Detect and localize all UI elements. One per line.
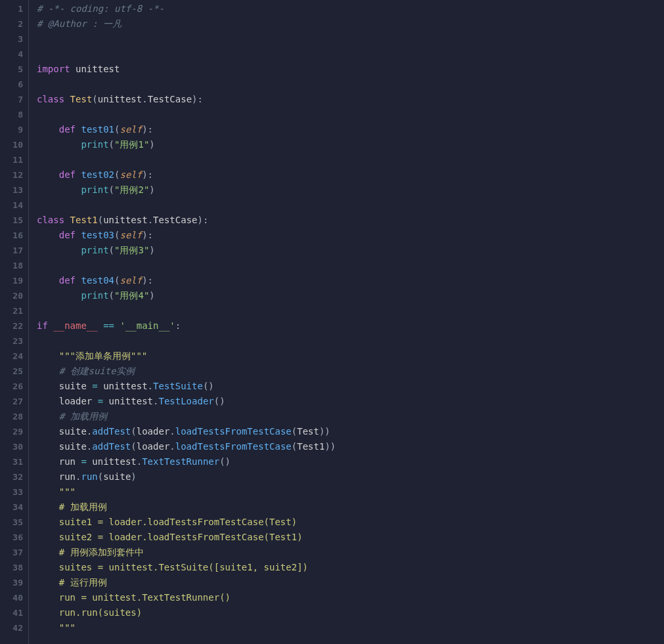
line-number: 23 xyxy=(0,333,23,349)
code-line[interactable] xyxy=(37,333,664,349)
code-token: def xyxy=(59,124,76,135)
code-line[interactable]: import unittest xyxy=(37,62,664,77)
line-number: 5 xyxy=(0,62,23,77)
code-line[interactable] xyxy=(37,32,664,47)
code-line[interactable]: suite.addTest(loader.loadTestsFromTestCa… xyxy=(37,439,664,454)
code-line[interactable]: print("用例2") xyxy=(37,182,664,198)
code-line[interactable]: print("用例3") xyxy=(37,243,664,258)
code-line[interactable]: # 创建suite实例 xyxy=(37,364,664,379)
code-token: """ xyxy=(59,622,76,633)
code-line[interactable] xyxy=(37,303,664,318)
code-line[interactable]: suite.addTest(loader.loadTestsFromTestCa… xyxy=(37,424,664,439)
code-area[interactable]: # -*- coding: utf-8 -*-# @Author : 一凡 im… xyxy=(29,0,664,644)
code-token: . xyxy=(142,94,147,104)
code-line[interactable]: suite = unittest.TestSuite() xyxy=(37,379,664,394)
code-token: ): xyxy=(142,230,153,240)
code-token xyxy=(64,215,70,225)
code-line[interactable]: """ xyxy=(37,620,664,635)
code-line[interactable]: suites = unittest.TestSuite([suite1, sui… xyxy=(37,560,664,575)
code-token: ( xyxy=(98,471,103,482)
code-line[interactable] xyxy=(37,107,664,122)
code-token: )) xyxy=(319,426,330,437)
code-token: print xyxy=(81,245,108,255)
code-token: ): xyxy=(198,215,209,225)
code-token xyxy=(37,562,59,572)
code-line[interactable]: run = unittest.TextTestRunner() xyxy=(37,454,664,469)
code-token: addTest xyxy=(92,441,131,452)
code-line[interactable]: def test04(self): xyxy=(37,273,664,288)
code-line[interactable]: # -*- coding: utf-8 -*- xyxy=(37,1,664,16)
code-token: loadTestsFromTestCase xyxy=(175,426,292,437)
code-token: "用例2" xyxy=(114,184,149,195)
line-number: 14 xyxy=(0,198,23,213)
code-line[interactable]: """添加单条用例""" xyxy=(37,349,664,364)
code-line[interactable] xyxy=(37,258,664,273)
line-number: 34 xyxy=(0,500,23,515)
code-token: ): xyxy=(142,124,153,135)
line-number: 42 xyxy=(0,620,23,635)
code-token: ) xyxy=(131,471,136,482)
code-line[interactable]: def test02(self): xyxy=(37,167,664,182)
code-token: . xyxy=(137,456,142,467)
code-token: ): xyxy=(142,169,153,180)
code-line[interactable]: run.run(suite) xyxy=(37,469,664,484)
code-line[interactable]: # 加载用例 xyxy=(37,409,664,424)
code-line[interactable]: if __name__ == '__main__': xyxy=(37,318,664,333)
code-token: def xyxy=(59,230,76,240)
code-line[interactable]: run.run(suites) xyxy=(37,605,664,620)
code-token: """添加单条用例""" xyxy=(59,351,148,361)
code-line[interactable]: suite2 = loader.loadTestsFromTestCase(Te… xyxy=(37,530,664,545)
code-editor[interactable]: 1234567891011121314151617181920212223242… xyxy=(0,0,664,644)
code-line[interactable] xyxy=(37,198,664,213)
code-line[interactable]: def test03(self): xyxy=(37,228,664,243)
code-line[interactable] xyxy=(37,152,664,167)
code-token: TestCase xyxy=(148,94,192,104)
code-token: test02 xyxy=(81,169,114,180)
code-token: # 用例添加到套件中 xyxy=(59,547,144,557)
code-token: self xyxy=(120,230,142,240)
code-token xyxy=(37,169,59,180)
code-line[interactable]: suite1 = loader.loadTestsFromTestCase(Te… xyxy=(37,515,664,530)
code-token xyxy=(37,351,59,361)
code-line[interactable]: """ xyxy=(37,484,664,500)
line-number: 16 xyxy=(0,228,23,243)
code-token: ) xyxy=(149,245,154,255)
code-token: suites = unittest.TestSuite([suite1, sui… xyxy=(59,562,308,572)
code-line[interactable]: # 运行用例 xyxy=(37,575,664,590)
code-token: """ xyxy=(59,486,76,497)
code-token: run xyxy=(37,471,76,482)
code-token xyxy=(37,607,59,618)
line-number: 25 xyxy=(0,364,23,379)
code-line[interactable] xyxy=(37,77,664,92)
line-number: 2 xyxy=(0,16,23,32)
code-token xyxy=(37,184,81,195)
code-token: print xyxy=(81,290,108,301)
code-token: ) xyxy=(149,290,154,301)
code-line[interactable]: loader = unittest.TestLoader() xyxy=(37,394,664,409)
line-number: 39 xyxy=(0,575,23,590)
code-token xyxy=(98,320,103,331)
line-number: 27 xyxy=(0,394,23,409)
code-line[interactable]: # 加载用例 xyxy=(37,500,664,515)
code-line[interactable]: def test01(self): xyxy=(37,122,664,137)
code-token: ) xyxy=(149,184,154,195)
code-token: ( xyxy=(131,426,136,437)
code-token: ( xyxy=(109,290,114,301)
code-line[interactable]: # @Author : 一凡 xyxy=(37,16,664,32)
code-token: suite xyxy=(37,441,87,452)
code-line[interactable]: print("用例4") xyxy=(37,288,664,303)
code-token xyxy=(37,411,59,421)
code-token: Test1 xyxy=(297,441,324,452)
code-token xyxy=(37,547,59,557)
code-line[interactable] xyxy=(37,47,664,62)
code-token: # -*- coding: utf-8 -*- xyxy=(37,3,164,14)
code-line[interactable]: # 用例添加到套件中 xyxy=(37,545,664,560)
code-token: () xyxy=(219,456,231,467)
code-token: ( xyxy=(292,426,297,437)
code-token: ): xyxy=(142,275,153,286)
code-line[interactable]: print("用例1") xyxy=(37,137,664,152)
code-line[interactable]: class Test(unittest.TestCase): xyxy=(37,92,664,107)
code-token: ): xyxy=(192,94,203,104)
code-line[interactable]: run = unittest.TextTestRunner() xyxy=(37,590,664,605)
code-line[interactable]: class Test1(unittest.TestCase): xyxy=(37,213,664,228)
